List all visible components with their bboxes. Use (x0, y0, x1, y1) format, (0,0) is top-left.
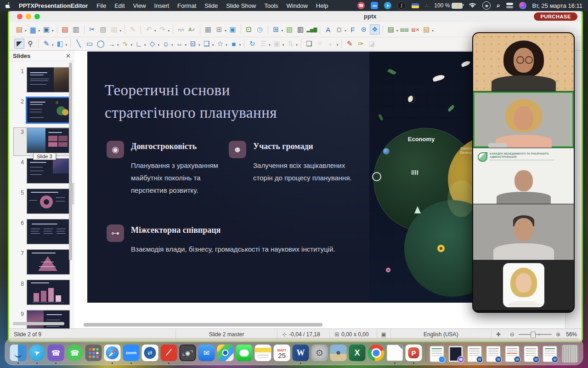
star-shapes-icon[interactable]: ☆ (215, 39, 225, 49)
slide-thumbnail-8[interactable]: 8 (14, 280, 70, 307)
feature-text[interactable]: Взаємодія влади, бізнесу, громадськості … (131, 243, 351, 255)
special-character-dropdown-icon[interactable]: ▾ (345, 29, 346, 33)
feature-title[interactable]: Міжсекторна співпраця (131, 225, 220, 235)
dock-safari[interactable] (104, 345, 121, 361)
select-icon[interactable]: ◤ (14, 39, 24, 49)
dock-excel[interactable]: X (349, 345, 366, 361)
ellipse-icon[interactable]: ◯ (96, 39, 106, 49)
dock-maps[interactable] (217, 345, 234, 361)
menu-slide[interactable]: Slide (200, 2, 222, 9)
fill-color-dropdown-icon[interactable]: ▾ (66, 43, 68, 47)
paste-icon[interactable]: ▤ (109, 24, 119, 34)
align-objects-icon[interactable]: ☰ (258, 39, 268, 49)
dock-minimized-window-7[interactable]: W (543, 345, 560, 361)
close-window-button[interactable] (17, 14, 23, 19)
participant-video-4[interactable] (473, 204, 574, 260)
menu-file[interactable]: File (92, 2, 110, 9)
dock-settings[interactable]: ⚙ (311, 345, 328, 361)
assistant-icon[interactable] (519, 2, 526, 9)
telegram-icon[interactable]: ➤ (384, 2, 391, 9)
draw-functions-icon[interactable]: ❖ (370, 24, 380, 34)
dock-launchpad[interactable] (85, 345, 102, 361)
slide-thumb-preview[interactable] (27, 189, 70, 214)
dock-minimized-window-3[interactable]: W (468, 345, 484, 361)
dock-remote-desktop[interactable]: ⟋ (161, 345, 177, 361)
3d-objects-icon[interactable]: ■ (229, 39, 239, 49)
undo-dropdown-icon[interactable]: ▾ (154, 29, 156, 33)
slide-thumbnail-6[interactable]: 6 (14, 219, 70, 247)
block-arrows-dropdown-icon[interactable]: ▾ (185, 43, 187, 47)
presentation-timer-icon[interactable]: ◷ (255, 24, 265, 34)
slide-thumb-preview[interactable] (27, 310, 70, 328)
arrange-icon[interactable]: ▣ (272, 39, 282, 49)
dock-zoom[interactable]: zoom (123, 345, 140, 361)
menu-slide-show[interactable]: Slide Show (222, 2, 260, 9)
menu-help[interactable]: Help (312, 2, 333, 9)
dock-mail[interactable]: ✉ (198, 345, 215, 361)
rectangle-icon[interactable]: ▭ (85, 39, 95, 49)
star-shapes-dropdown-icon[interactable]: ▾ (226, 43, 227, 47)
insert-chart-icon[interactable]: ▂▅▇ (306, 24, 317, 34)
save-dropdown-icon[interactable]: ▾ (52, 29, 54, 33)
slide-thumbnail-3[interactable]: 3 (14, 128, 70, 155)
find-replace-icon[interactable]: ∩∩ (176, 24, 186, 34)
image-filter-icon[interactable]: ◐ (326, 39, 336, 49)
menu-view[interactable]: View (129, 2, 150, 9)
dock-whatsapp[interactable]: ☎ (67, 345, 83, 361)
dock-minimized-window-5[interactable]: W (505, 345, 522, 361)
zoom-slider-thumb[interactable] (531, 332, 536, 338)
slide-thumb-preview[interactable] (27, 158, 70, 184)
feature-text[interactable]: Планування з урахуванням майбутніх покол… (131, 159, 230, 196)
block-arrows-icon[interactable]: ⇔ (175, 39, 185, 49)
minimize-window-button[interactable] (26, 14, 31, 19)
dock-screenshot[interactable]: ⌞◉⌝ (180, 345, 196, 361)
dock-minimized-window-4[interactable]: W (486, 345, 503, 361)
slide-title[interactable]: Теоретичні основи стратегічного плануван… (105, 79, 277, 124)
zoom-out-icon[interactable]: ⊖ (510, 331, 514, 338)
text-box-icon[interactable]: A (323, 24, 333, 34)
control-center-icon[interactable] (506, 3, 513, 8)
dock-trash[interactable] (562, 345, 578, 361)
dock-calendar[interactable]: МАРТ25 (274, 345, 290, 361)
special-character-icon[interactable]: Ω (334, 24, 344, 34)
purchase-button[interactable]: PURCHASE (534, 12, 577, 21)
slide-thumb-preview[interactable] (26, 97, 71, 124)
connectors-dropdown-icon[interactable]: ▾ (144, 43, 146, 47)
dock-teamviewer[interactable]: ⇄ (142, 345, 158, 361)
wifi-icon[interactable] (469, 3, 476, 8)
start-slideshow-icon[interactable]: ⊡ (244, 24, 254, 34)
feature-title[interactable]: Довгостроковість (131, 142, 197, 151)
lines-and-arrows-icon[interactable]: → (107, 39, 117, 49)
curves-polygons-dropdown-icon[interactable]: ▾ (131, 43, 133, 47)
slide-thumbnail-4[interactable]: 4 (14, 158, 70, 186)
slides-scrollbar[interactable] (69, 63, 72, 260)
insert-media-icon[interactable]: ▥ (295, 24, 305, 34)
zoom-window-button[interactable] (34, 14, 40, 19)
align-objects-dropdown-icon[interactable]: ▾ (269, 43, 271, 47)
participant-video-3[interactable]: КАФЕДРА МЕНЕДЖМЕНТУ ТА ПУБЛІЧНОГО АДМІНІ… (473, 148, 574, 204)
fill-color-icon[interactable]: ◧ (55, 39, 65, 49)
open-folder-dropdown-icon[interactable]: ▾ (39, 29, 40, 33)
cut-icon[interactable]: ✂ (87, 24, 97, 34)
callout-shapes-dropdown-icon[interactable]: ▾ (212, 43, 214, 47)
curves-polygons-icon[interactable]: ∿ (120, 39, 130, 49)
slide-thumb-preview[interactable] (27, 249, 70, 275)
viber-icon[interactable]: ☎ (357, 2, 365, 9)
glue-points-icon[interactable]: ✑ (356, 39, 366, 49)
menubar-clock[interactable]: Вт, 25 марта 16:11 (532, 2, 582, 9)
slide-thumb-preview[interactable] (27, 280, 70, 305)
slide-thumb-preview[interactable] (27, 67, 70, 92)
slide-layout-dropdown-icon[interactable]: ▾ (432, 29, 434, 33)
display-views-icon[interactable]: ⊞ (214, 24, 224, 34)
redo-icon[interactable]: ↷ (158, 24, 168, 34)
table-icon[interactable]: ⊞ (271, 24, 281, 34)
connectors-icon[interactable]: ∟ (134, 39, 144, 49)
apple-menu-icon[interactable] (6, 2, 11, 9)
dock-libreoffice[interactable] (387, 345, 403, 361)
dock-minimized-window-6[interactable]: W (524, 345, 541, 361)
duplicate-slide-icon[interactable]: ▤▤ (399, 24, 409, 34)
callout-shapes-icon[interactable]: ❑ (202, 39, 212, 49)
slides-hscrollbar[interactable] (13, 322, 64, 325)
close-slides-panel-icon[interactable]: ✕ (66, 52, 71, 59)
rotate-icon[interactable]: ↻ (247, 39, 257, 49)
